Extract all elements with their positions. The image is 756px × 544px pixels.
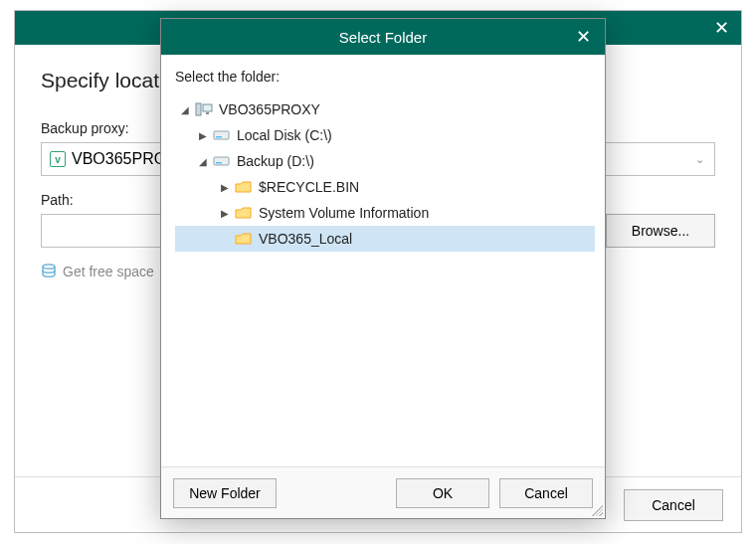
- svg-point-0: [43, 265, 55, 269]
- expander-icon[interactable]: ▶: [197, 130, 209, 141]
- dialog-titlebar: Select Folder ✕: [161, 19, 605, 55]
- svg-rect-7: [216, 162, 222, 164]
- tree-node-label: VBO365PROXY: [219, 101, 320, 117]
- close-icon[interactable]: ✕: [714, 17, 729, 39]
- tree-node-label: Backup (D:\): [237, 153, 314, 169]
- folder-tree: ◢ VBO365PROXY ▶ Local Disk (C:\) ◢: [175, 96, 595, 252]
- database-icon: [41, 264, 57, 279]
- cancel-button[interactable]: Cancel: [499, 478, 593, 508]
- select-folder-dialog: Select Folder ✕ Select the folder: ◢ VBO…: [160, 18, 606, 519]
- tree-node-local-disk-c[interactable]: ▶ Local Disk (C:\): [175, 122, 595, 148]
- tree-node-label: VBO365_Local: [259, 231, 352, 247]
- resize-grip-icon[interactable]: [589, 502, 603, 516]
- tree-node-vbo365-local[interactable]: VBO365_Local: [175, 226, 595, 252]
- expander-icon[interactable]: ◢: [179, 104, 191, 115]
- tree-node-recycle-bin[interactable]: ▶ $RECYCLE.BIN: [175, 174, 595, 200]
- expander-icon[interactable]: ▶: [219, 182, 231, 193]
- tree-node-label: Local Disk (C:\): [237, 127, 332, 143]
- tree-node-backup-d[interactable]: ◢ Backup (D:\): [175, 148, 595, 174]
- tree-node-label: System Volume Information: [259, 205, 429, 221]
- proxy-icon: v: [50, 151, 66, 167]
- dialog-footer: New Folder OK Cancel: [161, 466, 605, 518]
- svg-rect-5: [216, 136, 222, 138]
- close-icon[interactable]: ✕: [576, 26, 591, 48]
- wizard-cancel-button[interactable]: Cancel: [624, 489, 723, 521]
- svg-rect-2: [203, 104, 212, 111]
- browse-button[interactable]: Browse...: [606, 214, 715, 248]
- new-folder-button[interactable]: New Folder: [173, 478, 277, 508]
- computer-icon: [195, 101, 213, 117]
- svg-rect-6: [214, 157, 229, 165]
- expander-icon[interactable]: ◢: [197, 156, 209, 167]
- drive-icon: [213, 127, 231, 143]
- svg-rect-1: [196, 103, 201, 115]
- tree-node-computer[interactable]: ◢ VBO365PROXY: [175, 96, 595, 122]
- chevron-down-icon: ⌄: [695, 153, 704, 166]
- folder-icon: [235, 205, 253, 221]
- free-space-text: Get free space: [63, 264, 154, 279]
- ok-button[interactable]: OK: [396, 478, 489, 508]
- folder-icon: [235, 231, 253, 247]
- tree-node-system-volume-information[interactable]: ▶ System Volume Information: [175, 200, 595, 226]
- proxy-value: VBO365PRO: [72, 150, 166, 168]
- drive-icon: [213, 153, 231, 169]
- expander-icon[interactable]: ▶: [219, 208, 231, 219]
- folder-icon: [235, 179, 253, 195]
- tree-node-label: $RECYCLE.BIN: [259, 179, 359, 195]
- dialog-body: Select the folder: ◢ VBO365PROXY ▶ Local…: [161, 55, 605, 466]
- dialog-title: Select Folder: [339, 29, 427, 46]
- svg-rect-4: [214, 131, 229, 139]
- svg-rect-3: [206, 112, 209, 114]
- dialog-instruction: Select the folder:: [175, 69, 595, 85]
